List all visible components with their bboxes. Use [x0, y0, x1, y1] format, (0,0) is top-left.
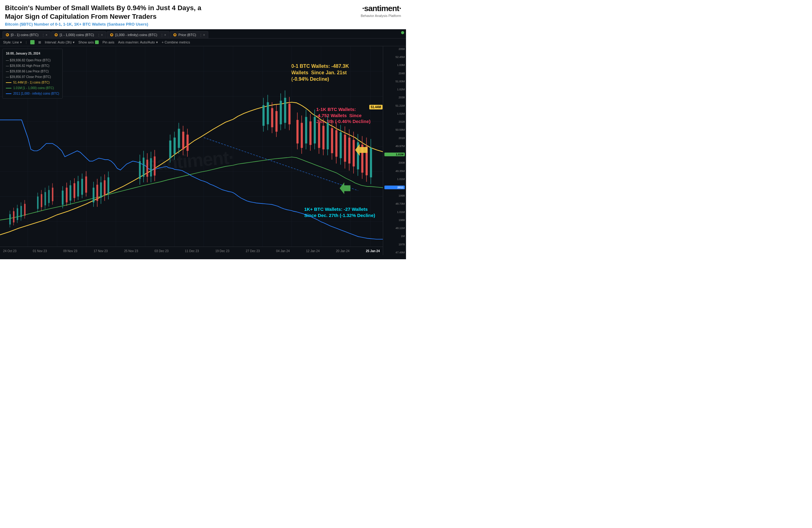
live-indicator	[401, 31, 404, 34]
tab-label-0: [0 - 1) coins (BTC)	[11, 33, 39, 37]
legend-low-text: — $39,838.66 Low Price (BTC)	[6, 69, 49, 74]
show-axis-checkbox[interactable]	[95, 40, 99, 44]
legend-open: — $39,936.82 Open Price (BTC)	[6, 58, 59, 63]
tab-label-2: [1,000 - infinity) coins (BTC)	[115, 33, 157, 37]
show-axis-label: Show axis	[78, 40, 94, 44]
date-dec03: 03 Dec 23	[155, 250, 169, 253]
date-jan12: 12 Jan 24	[306, 250, 320, 253]
sub-title: Bitcoin ($BTC) Number of 0-1, 1-1K, 1K+ …	[5, 22, 339, 27]
style-selector[interactable]: Style: Line ▾	[3, 40, 22, 44]
legend-high-text: — $39,936.82 High Price (BTC)	[6, 63, 49, 69]
color-box[interactable]	[30, 40, 34, 44]
tab-price-btc[interactable]: B Price (BTC) ⋮ ×	[170, 31, 208, 38]
axis-1-01M-green: 1.01M	[385, 153, 405, 156]
legend-open-text: — $39,936.82 Open Price (BTC)	[6, 58, 50, 63]
legend-yellow-line	[6, 82, 11, 83]
axis-1978: 1978	[385, 243, 405, 246]
axis-1-02M-2: 1.02M	[385, 112, 405, 115]
axis-1M: 1M	[385, 235, 405, 238]
tab-label-3: Price (BTC)	[178, 33, 196, 37]
pin-axis-item[interactable]: Pin axis	[102, 40, 114, 44]
date-dec19: 19 Dec 23	[215, 250, 230, 253]
combine-label: + Combine metrics	[162, 40, 190, 44]
axis-minmax-label: Axis max/min: Auto/Auto	[118, 40, 155, 44]
axis-2008: 2008	[385, 161, 405, 164]
date-nov01: 01 Nov 23	[33, 250, 47, 253]
chart-container: B [0 - 1) coins (BTC) ⋮ × B [1 - 1,000) …	[0, 29, 406, 259]
axis-2011-blue: 2011	[385, 185, 405, 189]
legend-yellow-text: 51.44M [0 - 1) coins (BTC)	[13, 80, 50, 85]
date-dec27: 27 Dec 23	[246, 250, 260, 253]
axis-2018: 2018	[385, 137, 405, 140]
legend-green-line	[6, 88, 11, 89]
axis-2058: 2058	[385, 47, 405, 50]
bottom-axis: 24 Oct 23 01 Nov 23 09 Nov 23 17 Nov 23 …	[0, 246, 383, 255]
axis-1-01M-3: 1.01M	[385, 211, 405, 214]
axis-2048: 2048	[385, 72, 405, 75]
tab-dot-1: B	[55, 33, 58, 36]
tab-close-3[interactable]: ⋮ ×	[199, 33, 205, 37]
svg-marker-135	[340, 182, 350, 194]
chart-area: ·santiment· 16:00, January 25, 2024 — $3…	[0, 46, 406, 255]
legend-date: 16:00, January 25, 2024	[6, 51, 59, 56]
tab-close-1[interactable]: ⋮ ×	[97, 33, 103, 37]
price-label-yellow: 51.44M	[369, 105, 382, 109]
axis-1-01M-2: 1.01M	[385, 178, 405, 181]
axis-52-45M: 52.45M	[385, 56, 405, 59]
axis-1-03M: 1.03M	[385, 63, 405, 66]
tab-dot-3: B	[173, 33, 176, 36]
tab-dot-0: B	[6, 33, 9, 36]
svg-line-20	[204, 137, 358, 191]
date-jan25: 25 Jan 24	[366, 250, 380, 253]
header-left: Bitcoin's Number of Small Wallets By 0.9…	[5, 4, 339, 27]
tab-close-2[interactable]: ⋮ ×	[160, 33, 166, 37]
interval-chevron: ▾	[73, 40, 75, 44]
interval-selector[interactable]: Interval: Auto (3h) ▾	[45, 40, 75, 44]
legend-green: 1.01M [1 - 1,000) coins (BTC)	[6, 85, 59, 91]
legend-green-text: 1.01M [1 - 1,000) coins (BTC)	[13, 85, 54, 91]
tab-1-1000-coins[interactable]: B [1 - 1,000) coins (BTC) ⋮ ×	[51, 31, 106, 38]
legend-high: — $39,936.82 High Price (BTC)	[6, 63, 59, 69]
axis-1998: 1998	[385, 194, 405, 197]
axis-50-59M: 50.59M	[385, 128, 405, 131]
axis-chevron: ▾	[156, 40, 158, 44]
tab-dot-2: B	[110, 33, 113, 36]
tab-0-1-coins[interactable]: B [0 - 1) coins (BTC) ⋮ ×	[2, 31, 50, 38]
santiment-sub: Behavior Analysis Platform	[346, 14, 401, 18]
sep-1: |	[26, 40, 27, 44]
legend-blue-text: 2011 [1,000 - infinity) coins (BTC)	[13, 91, 59, 96]
legend-close-text: — $39,856.97 Close Price (BTC)	[6, 74, 51, 80]
style-chevron: ▾	[20, 40, 22, 44]
tab-1000-inf-coins[interactable]: B [1,000 - infinity) coins (BTC) ⋮ ×	[107, 31, 169, 38]
show-axis-item[interactable]: Show axis	[78, 40, 99, 44]
axis-49-97M: 49.97M	[385, 145, 405, 148]
date-jan20: 20 Jan 24	[336, 250, 350, 253]
interval-label: Interval: Auto (3h)	[45, 40, 72, 44]
grid-icon: ⊞	[38, 40, 41, 44]
axis-51-21M: 51.21M	[385, 104, 405, 107]
header: Bitcoin's Number of Small Wallets By 0.9…	[0, 0, 406, 29]
date-jan04: 04 Jan 24	[276, 250, 290, 253]
axis-51-83M: 51.83M	[385, 80, 405, 83]
tab-close-0[interactable]: ⋮ ×	[42, 33, 47, 37]
axis-47-49M: 47.49M	[385, 251, 405, 254]
style-label: Style: Line	[3, 40, 19, 44]
tabs-bar: B [0 - 1) coins (BTC) ⋮ × B [1 - 1,000) …	[0, 29, 406, 39]
main-title: Bitcoin's Number of Small Wallets By 0.9…	[5, 4, 221, 21]
axis-minmax-item[interactable]: Axis max/min: Auto/Auto ▾	[118, 40, 158, 44]
date-dec11: 11 Dec 23	[185, 250, 199, 253]
santiment-logo: ·santiment·	[346, 4, 401, 13]
legend-low: — $39,838.66 Low Price (BTC)	[6, 69, 59, 74]
legend-yellow: 51.44M [0 - 1) coins (BTC)	[6, 80, 59, 85]
legend-blue: 2011 [1,000 - infinity) coins (BTC)	[6, 91, 59, 96]
toolbar: Style: Line ▾ | ⊞ Interval: Auto (3h) ▾ …	[0, 39, 406, 46]
legend-box: 16:00, January 25, 2024 — $39,936.82 Ope…	[2, 49, 63, 99]
axis-2038: 2038	[385, 96, 405, 99]
axis-1-02M-1: 1.02M	[385, 88, 405, 91]
pin-axis-label: Pin axis	[102, 40, 114, 44]
date-nov25: 25 Nov 23	[124, 250, 138, 253]
axis-1988: 1988	[385, 218, 405, 222]
axis-49-35M: 49.35M	[385, 169, 405, 172]
tab-label-1: [1 - 1,000) coins (BTC)	[60, 33, 94, 37]
combine-metrics-item[interactable]: + Combine metrics	[162, 40, 190, 44]
